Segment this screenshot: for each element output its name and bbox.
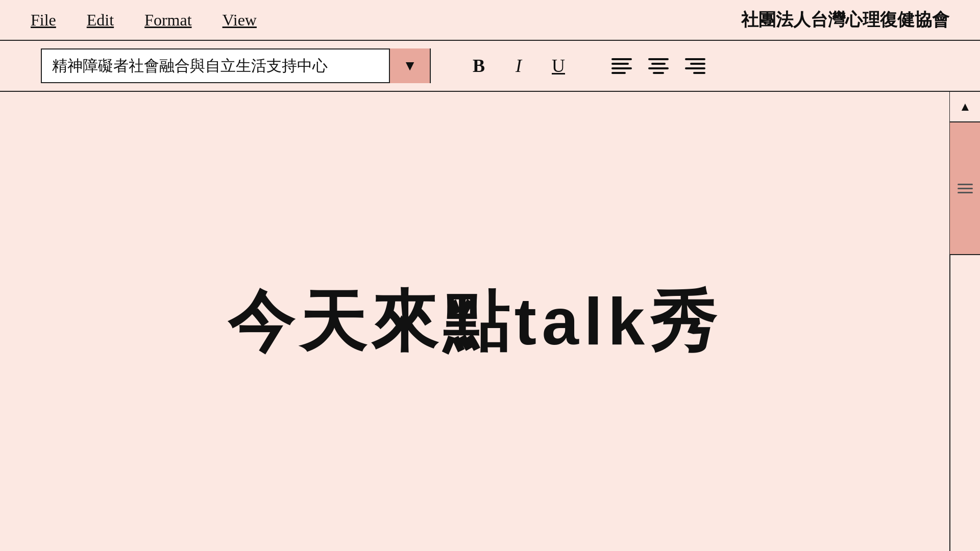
align-line-2 xyxy=(651,63,666,65)
content-area: 今天來點talk秀 xyxy=(0,92,949,551)
menu-items: File Edit Format View xyxy=(31,11,257,30)
align-line-3 xyxy=(685,67,705,69)
font-selector: ▼ xyxy=(41,48,431,83)
scroll-up-button[interactable]: ▲ xyxy=(950,92,980,122)
align-line-1 xyxy=(685,58,705,60)
toolbar: ▼ B I U xyxy=(0,41,980,92)
format-buttons: B I U xyxy=(467,55,571,77)
align-right-button[interactable] xyxy=(681,58,705,74)
scrollbar-track: ▲ xyxy=(949,92,980,551)
dropdown-arrow-icon: ▼ xyxy=(403,58,417,74)
align-line-4 xyxy=(653,72,664,74)
align-line-1 xyxy=(648,58,669,60)
font-dropdown-button[interactable]: ▼ xyxy=(389,48,430,83)
align-line-2 xyxy=(690,63,705,65)
align-center-button[interactable] xyxy=(646,58,671,74)
menu-file[interactable]: File xyxy=(31,11,56,30)
align-line-2 xyxy=(611,63,629,65)
align-line-4 xyxy=(611,72,626,74)
align-line-1 xyxy=(611,58,632,60)
bold-button[interactable]: B xyxy=(467,55,491,77)
thumb-line-2 xyxy=(958,188,973,189)
font-name-input[interactable] xyxy=(42,48,389,83)
scroll-thumb[interactable] xyxy=(950,122,980,255)
org-title: 社團法人台灣心理復健協會 xyxy=(741,8,949,32)
scroll-thumb-icon xyxy=(958,184,973,193)
main-title: 今天來點talk秀 xyxy=(228,282,722,361)
align-left-button[interactable] xyxy=(611,58,636,74)
menu-bar: File Edit Format View 社團法人台灣心理復健協會 xyxy=(0,0,980,41)
menu-edit[interactable]: Edit xyxy=(87,11,114,30)
align-line-3 xyxy=(611,67,632,69)
thumb-line-1 xyxy=(958,184,973,185)
menu-format[interactable]: Format xyxy=(144,11,191,30)
italic-button[interactable]: I xyxy=(506,55,531,77)
align-line-3 xyxy=(648,67,669,69)
align-line-4 xyxy=(693,72,705,74)
menu-view[interactable]: View xyxy=(223,11,257,30)
underline-button[interactable]: U xyxy=(546,55,571,77)
scroll-up-arrow-icon: ▲ xyxy=(959,99,971,114)
align-buttons xyxy=(611,58,705,74)
thumb-line-3 xyxy=(958,192,973,193)
main-area: 今天來點talk秀 ▲ xyxy=(0,92,980,551)
